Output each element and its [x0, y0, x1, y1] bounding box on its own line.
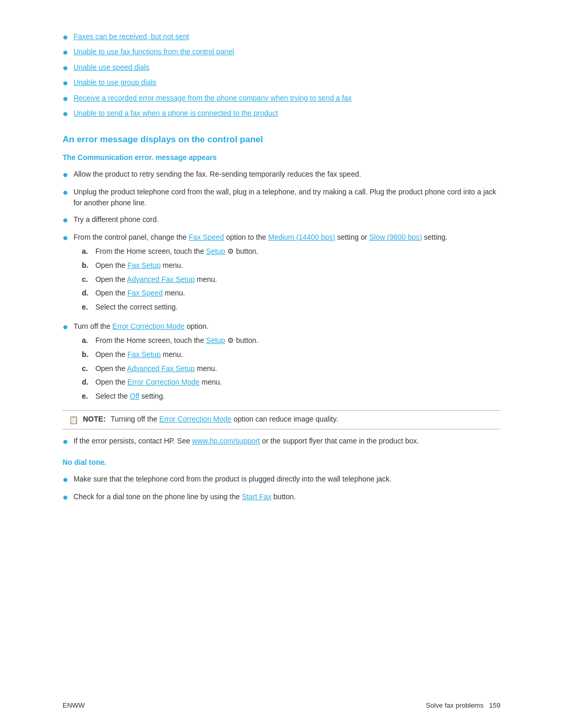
link-setup[interactable]: Setup: [206, 247, 225, 255]
sub-label: a.: [82, 246, 91, 257]
bullet-icon: ●: [63, 491, 68, 503]
sub-list: a. From the Home screen, touch the Setup…: [82, 335, 500, 402]
footer: ENWW Solve fax problems 159: [63, 701, 500, 709]
bullet-icon: ●: [63, 214, 68, 226]
link-unable-send-fax[interactable]: Unable to send a fax when a phone is con…: [74, 108, 278, 119]
link-faxes-received[interactable]: Faxes can be received, but not sent: [74, 31, 189, 42]
bullet-icon: ●: [63, 93, 68, 105]
sub-text: Select the correct setting.: [95, 302, 178, 313]
list-item: ● Allow the product to retry sending the…: [63, 169, 500, 181]
sub-list-item: b. Open the Fax Setup menu.: [82, 260, 500, 272]
sub-heading: The Communication error. message appears: [63, 153, 500, 162]
bullet-icon: ●: [63, 321, 68, 333]
link-recorded-error[interactable]: Receive a recorded error message from th…: [74, 93, 352, 104]
bullet-text: From the control panel, change the Fax S…: [74, 232, 500, 316]
list-item: ● Turn off the Error Correction Mode opt…: [63, 321, 500, 405]
persist-list: ● If the error persists, contact HP. See…: [63, 436, 500, 448]
footer-left: ENWW: [63, 701, 85, 709]
sub-list: a. From the Home screen, touch the Setup…: [82, 246, 500, 313]
bullet-icon: ●: [63, 108, 68, 120]
sub-list-item: c. Open the Advanced Fax Setup menu.: [82, 274, 500, 286]
bullet-icon: ●: [63, 62, 68, 74]
link-start-fax[interactable]: Start Fax: [242, 492, 272, 501]
link-hp-support[interactable]: www.hp.com/support: [192, 437, 260, 445]
note-content: NOTE: Turning off the Error Correction M…: [83, 415, 338, 423]
sub-text: Open the Fax Setup menu.: [95, 349, 183, 361]
link-setup-2[interactable]: Setup: [206, 336, 225, 344]
sub-label: c.: [82, 274, 91, 286]
sub-list-item: a. From the Home screen, touch the Setup…: [82, 335, 500, 347]
link-fax-speed-menu[interactable]: Fax Speed: [127, 289, 163, 297]
sub-text: Open the Fax Setup menu.: [95, 260, 183, 272]
link-fax-setup-2[interactable]: Fax Setup: [127, 350, 161, 359]
list-item: ● Unable use speed dials: [63, 62, 500, 74]
sub-list-item: d. Open the Error Correction Mode menu.: [82, 377, 500, 388]
link-slow-bps[interactable]: Slow (9600 bps): [369, 233, 422, 241]
body-list: ● Allow the product to retry sending the…: [63, 169, 500, 404]
footer-page: 159: [489, 701, 500, 709]
sub-text: Open the Advanced Fax Setup menu.: [95, 363, 217, 375]
link-advanced-fax-setup-2[interactable]: Advanced Fax Setup: [127, 364, 195, 373]
link-list: ● Faxes can be received, but not sent ● …: [63, 31, 500, 120]
list-item: ● Try a different phone cord.: [63, 214, 500, 226]
no-dial-text-1: Make sure that the telephone cord from t…: [74, 474, 500, 485]
sub-text: From the Home screen, touch the Setup ⚙ …: [95, 335, 259, 347]
bullet-icon: ●: [63, 77, 68, 89]
bullet-icon: ●: [63, 187, 68, 199]
sub-text: Open the Error Correction Mode menu.: [95, 377, 222, 388]
list-item: ● Faxes can be received, but not sent: [63, 31, 500, 43]
link-advanced-fax-setup[interactable]: Advanced Fax Setup: [127, 275, 195, 283]
list-item: ● Unable to use fax functions from the c…: [63, 46, 500, 58]
link-unable-group-dials[interactable]: Unable to use group dials: [74, 77, 156, 88]
bullet-icon: ●: [63, 46, 68, 58]
list-item: ● Receive a recorded error message from …: [63, 93, 500, 105]
link-error-correction-mode-menu[interactable]: Error Correction Mode: [127, 378, 200, 386]
persist-text: If the error persists, contact HP. See w…: [74, 436, 500, 447]
sub-list-item: a. From the Home screen, touch the Setup…: [82, 246, 500, 257]
link-off[interactable]: Off: [130, 392, 139, 400]
sub-label: e.: [82, 391, 91, 402]
note-label: NOTE:: [83, 415, 106, 423]
list-item: ● Make sure that the telephone cord from…: [63, 474, 500, 486]
footer-label: Solve fax problems: [426, 701, 484, 709]
link-medium-bps[interactable]: Medium (14400 bps): [268, 233, 335, 241]
sub-list-item: d. Open the Fax Speed menu.: [82, 288, 500, 299]
sub-label: e.: [82, 302, 91, 313]
bullet-text: Try a different phone cord.: [74, 214, 500, 226]
sub-text: Open the Advanced Fax Setup menu.: [95, 274, 217, 286]
sub-list-item: e. Select the correct setting.: [82, 302, 500, 313]
bullet-text: Allow the product to retry sending the f…: [74, 169, 500, 180]
sub-label: a.: [82, 335, 91, 347]
note-icon: 📋: [69, 415, 79, 425]
sub-text: Open the Fax Speed menu.: [95, 288, 185, 299]
no-dial-list: ● Make sure that the telephone cord from…: [63, 474, 500, 503]
link-error-correction-mode[interactable]: Error Correction Mode: [113, 322, 185, 330]
bullet-text: Unplug the product telephone cord from t…: [74, 187, 500, 209]
bullet-icon: ●: [63, 31, 68, 43]
sub-text: Select the Off setting.: [95, 391, 165, 402]
page: ● Faxes can be received, but not sent ● …: [0, 0, 563, 728]
section-heading: An error message displays on the control…: [63, 134, 500, 145]
bullet-icon: ●: [63, 232, 68, 244]
list-item: ● Check for a dial tone on the phone lin…: [63, 491, 500, 503]
footer-right: Solve fax problems 159: [426, 701, 500, 709]
bullet-icon: ●: [63, 436, 68, 448]
no-dial-heading: No dial tone.: [63, 458, 500, 466]
list-item: ● Unplug the product telephone cord from…: [63, 187, 500, 209]
sub-label: b.: [82, 260, 91, 272]
sub-label: d.: [82, 288, 91, 299]
no-dial-text-2: Check for a dial tone on the phone line …: [74, 491, 500, 503]
sub-label: b.: [82, 349, 91, 361]
sub-label: d.: [82, 377, 91, 388]
list-item: ● If the error persists, contact HP. See…: [63, 436, 500, 448]
sub-list-item: b. Open the Fax Setup menu.: [82, 349, 500, 361]
link-fax-setup[interactable]: Fax Setup: [127, 261, 161, 269]
link-fax-speed[interactable]: Fax Speed: [189, 233, 224, 241]
link-unable-fax-control[interactable]: Unable to use fax functions from the con…: [74, 46, 234, 57]
list-item: ● Unable to send a fax when a phone is c…: [63, 108, 500, 120]
link-unable-speed-dials[interactable]: Unable use speed dials: [74, 62, 150, 73]
sub-label: c.: [82, 363, 91, 375]
bullet-icon: ●: [63, 169, 68, 181]
sub-list-item: e. Select the Off setting.: [82, 391, 500, 402]
link-ecm-note[interactable]: Error Correction Mode: [160, 415, 232, 423]
